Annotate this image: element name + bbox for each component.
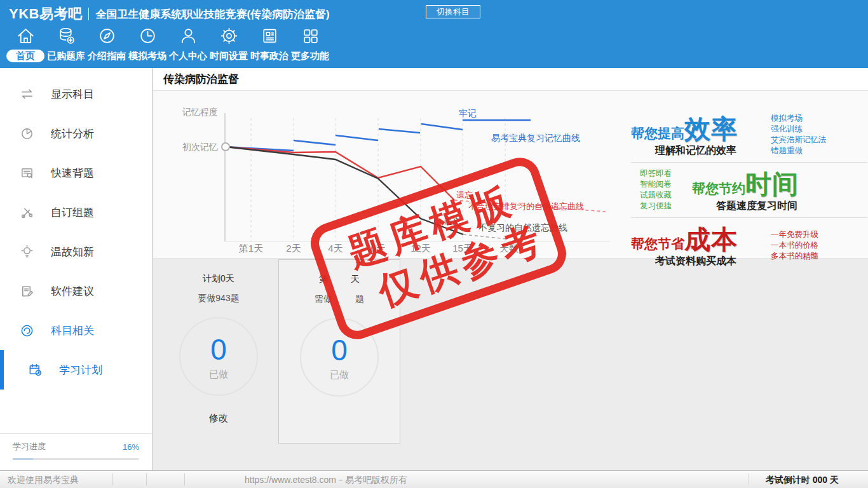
sidebar: 显示科目 统计分析 快速背题 自订组题 (0, 68, 153, 470)
nav-label: 已购题库 (47, 50, 85, 62)
copyright-text: https://www.etest8.com－易考吧版权所有 (245, 475, 407, 486)
app-window: YKB易考吧 全国卫生健康系统职业技能竞赛(传染病防治监督) 切换科目 首页 已… (0, 0, 868, 488)
promo-feature: 一年免费升级 (771, 229, 818, 240)
sidebar-item-show-subjects[interactable]: 显示科目 (0, 74, 152, 114)
promo-feature: 试题收藏 (640, 190, 692, 201)
swap-arrows-icon (20, 87, 34, 102)
nav-item-guide[interactable]: 介绍指南 (86, 25, 127, 62)
top-header: YKB易考吧 全国卫生健康系统职业技能竞赛(传染病防治监督) 切换科目 首页 已… (0, 0, 868, 68)
sidebar-menu: 显示科目 统计分析 快速背题 自订组题 (0, 68, 152, 390)
sidebar-item-quick-memorize[interactable]: 快速背题 (0, 153, 152, 193)
pie-chart-icon (20, 126, 34, 141)
sidebar-item-label: 快速背题 (51, 166, 94, 180)
promo-prefix: 帮您提高 (631, 126, 684, 140)
svg-text:记忆程度: 记忆程度 (182, 107, 218, 117)
grid-icon (300, 25, 321, 46)
promo-word: 成本 (684, 225, 738, 254)
nav-label: 首页 (6, 50, 44, 62)
sidebar-item-label: 自订组题 (51, 205, 94, 220)
svg-text:第1天: 第1天 (239, 243, 263, 254)
clock-icon (137, 25, 158, 46)
promo-feature-list: 即答即看 智能阅卷 试题收藏 复习便捷 (631, 168, 692, 212)
promo-word: 时间 (745, 170, 799, 199)
svg-text:初次记忆: 初次记忆 (182, 142, 218, 152)
nav-item-time-settings[interactable]: 时间设置 (208, 25, 249, 62)
nav-item-personal-center[interactable]: 个人中心 (168, 25, 208, 62)
sidebar-item-label: 软件建议 (51, 284, 94, 299)
promo-row-efficiency: 帮您提高效率 理解和记忆的效率 模拟考场 强化训练 艾宾浩斯记忆法 错题重做 (631, 107, 867, 162)
study-progress-value: 16% (123, 442, 139, 452)
plan-days: 计划0天 (158, 273, 280, 285)
promo-feature: 强化训练 (771, 124, 827, 135)
app-logo: YKB易考吧 (9, 4, 82, 24)
promo-headline: 帮您提高效率 理解和记忆的效率 (631, 112, 757, 158)
promo-prefix: 帮您节约 (692, 181, 745, 196)
promo-feature-list: 一年免费升级 一本书的价格 多本书的精髓 (757, 229, 818, 262)
study-progress-label: 学习进度 (13, 441, 46, 452)
lightbulb-icon (20, 245, 34, 259)
promo-panel: 帮您提高效率 理解和记忆的效率 模拟考场 强化训练 艾宾浩斯记忆法 错题重做 即… (631, 107, 867, 273)
nav-label: 介绍指南 (88, 50, 126, 62)
nav-label: 更多功能 (291, 50, 329, 62)
sidebar-item-software-suggestions[interactable]: 软件建议 (0, 271, 152, 311)
done-label: 已做 (209, 369, 228, 381)
sidebar-item-subject-related[interactable]: 科目相关 (0, 311, 152, 350)
study-progress-block: 学习进度 16% (0, 433, 152, 470)
nav-label: 时间设置 (210, 50, 248, 62)
promo-feature-list: 模拟考场 强化训练 艾宾浩斯记忆法 错题重做 (757, 113, 827, 156)
nav-item-purchased-banks[interactable]: 已购题库 (46, 25, 86, 62)
nav-label: 个人中心 (169, 50, 207, 62)
done-count: 0 (210, 332, 227, 367)
study-progress-track (13, 458, 139, 460)
done-count: 0 (331, 333, 348, 367)
tools-icon (20, 205, 34, 220)
sidebar-item-label: 科目相关 (51, 323, 94, 338)
switch-subject-button[interactable]: 切换科目 (426, 5, 480, 18)
flashcard-icon (20, 166, 34, 180)
page-title: 传染病防治监督 (153, 68, 868, 91)
user-icon (178, 25, 199, 46)
study-progress-fill (13, 458, 33, 460)
sidebar-item-review[interactable]: 温故知新 (0, 232, 152, 271)
statusbar-divider (112, 473, 113, 485)
promo-feature: 即答即看 (640, 168, 692, 179)
status-bar: 欢迎使用易考宝典 https://www.etest8.com－易考吧版权所有 … (0, 470, 868, 488)
sidebar-item-custom-questions[interactable]: 自订组题 (0, 193, 152, 232)
home-icon (15, 25, 36, 46)
promo-prefix: 帮您节省 (631, 236, 684, 251)
gear-icon (219, 25, 240, 46)
nav-item-more-functions[interactable]: 更多功能 (290, 25, 330, 62)
promo-feature: 模拟考场 (771, 113, 827, 124)
statusbar-divider (184, 473, 185, 485)
brand: YKB易考吧 全国卫生健康系统职业技能竞赛(传染病防治监督) (9, 4, 330, 24)
promo-feature: 智能阅卷 (640, 179, 692, 190)
nav-label: 模拟考场 (128, 50, 166, 62)
brand-divider (88, 8, 89, 20)
promo-subtitle: 理解和记忆的效率 (655, 144, 757, 158)
document-edit-icon (20, 284, 34, 299)
promo-subtitle: 答题速度复习时间 (716, 200, 799, 213)
done-count-circle: 0 已做 (179, 317, 258, 396)
sidebar-item-label: 统计分析 (51, 126, 94, 141)
sidebar-item-study-plan[interactable]: 学习计划 (0, 350, 152, 390)
promo-headline: 帮您节约时间 答题速度复习时间 (692, 167, 799, 213)
nav-item-mock-exam[interactable]: 模拟考场 (127, 25, 168, 62)
promo-feature: 一本书的价格 (771, 240, 818, 251)
nav-item-current-politics[interactable]: 时事政治 (249, 25, 290, 62)
sidebar-item-label: 学习计划 (59, 363, 102, 377)
sidebar-item-statistics[interactable]: 统计分析 (0, 114, 152, 153)
sidebar-item-label: 温故知新 (51, 245, 94, 259)
modify-plan-link[interactable]: 修改 (158, 412, 280, 424)
welcome-text: 欢迎使用易考宝典 (8, 475, 79, 486)
main-nav: 首页 已购题库 介绍指南 模 (5, 25, 330, 62)
database-icon (56, 25, 77, 46)
svg-text:2天: 2天 (286, 243, 301, 254)
exam-countdown: 考试倒计时 000 天 (766, 475, 839, 486)
promo-feature: 错题重做 (771, 146, 827, 156)
nav-item-home[interactable]: 首页 (5, 25, 46, 62)
sidebar-item-label: 显示科目 (51, 87, 94, 102)
compass-icon (97, 25, 118, 46)
promo-feature: 复习便捷 (640, 201, 692, 212)
study-plan-calendar-icon (28, 363, 43, 377)
promo-row-time: 即答即看 智能阅卷 试题收藏 复习便捷 帮您节约时间 答题速度复习时间 (631, 162, 867, 217)
